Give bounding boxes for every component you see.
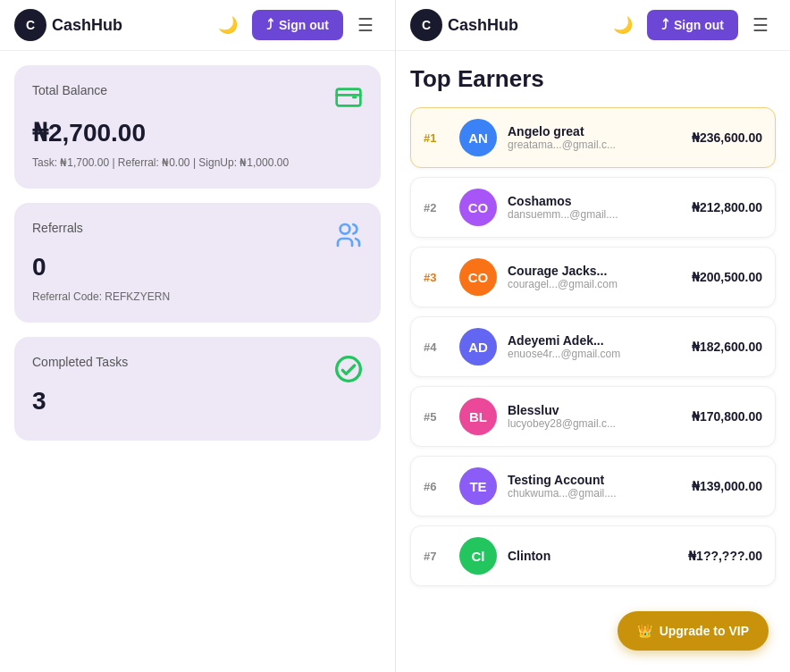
earner-avatar: CO bbox=[459, 189, 497, 226]
earner-avatar: AD bbox=[459, 328, 497, 365]
svg-point-2 bbox=[337, 357, 361, 382]
earner-email: couragel...@gmail.com bbox=[508, 278, 681, 290]
left-app-name: CashHub bbox=[52, 16, 122, 35]
tasks-card-title: Completed Tasks bbox=[32, 355, 128, 369]
left-navbar: C CashHub 🌙 ⤴ Sign out ☰ bbox=[0, 0, 395, 51]
tasks-value: 3 bbox=[32, 387, 363, 416]
upgrade-label: Upgrade to VIP bbox=[660, 624, 749, 638]
earner-name: Coshamos bbox=[508, 194, 681, 208]
earner-rank: #7 bbox=[424, 550, 449, 563]
earner-name: Courage Jacks... bbox=[508, 264, 681, 278]
left-logo-circle: C bbox=[14, 9, 46, 41]
right-app-name: CashHub bbox=[448, 16, 518, 35]
left-dark-mode-button[interactable]: 🌙 bbox=[211, 12, 245, 38]
crown-icon: 👑 bbox=[637, 624, 652, 638]
earner-avatar: AN bbox=[459, 119, 497, 156]
earner-card: #3 CO Courage Jacks... couragel...@gmail… bbox=[410, 247, 776, 307]
right-navbar: C CashHub 🌙 ⤴ Sign out ☰ bbox=[396, 0, 790, 51]
earner-avatar: TE bbox=[459, 467, 497, 505]
earner-card: #6 TE Testing Account chukwuma...@gmail.… bbox=[410, 456, 776, 517]
tasks-card-header: Completed Tasks bbox=[32, 355, 363, 387]
earner-rank: #2 bbox=[424, 201, 449, 214]
right-signout-button[interactable]: ⤴ Sign out bbox=[647, 10, 738, 40]
earner-name: Testing Account bbox=[508, 473, 681, 487]
balance-card: Total Balance ₦2,700.00 Task: ₦1,700.00 … bbox=[14, 65, 381, 189]
earner-rank: #4 bbox=[424, 340, 449, 354]
earner-card: #2 CO Coshamos dansuemm...@gmail.... ₦21… bbox=[410, 177, 776, 238]
earner-info: Clinton bbox=[508, 549, 677, 563]
earner-name: Adeyemi Adek... bbox=[508, 333, 681, 348]
earner-rank: #1 bbox=[424, 131, 449, 145]
left-content: Total Balance ₦2,700.00 Task: ₦1,700.00 … bbox=[0, 51, 395, 672]
earner-card: #5 BL Blessluv lucyobey28@gmail.c... ₦17… bbox=[410, 386, 776, 447]
earner-amount: ₦139,000.00 bbox=[692, 479, 762, 493]
svg-point-1 bbox=[340, 224, 350, 234]
earner-amount: ₦170,800.00 bbox=[692, 409, 762, 424]
balance-subtitle: Task: ₦1,700.00 | Referral: ₦0.00 | Sign… bbox=[32, 155, 363, 171]
referrals-card-title: Referrals bbox=[32, 221, 83, 235]
earner-info: Testing Account chukwuma...@gmail.... bbox=[508, 473, 681, 500]
earner-email: lucyobey28@gmail.c... bbox=[508, 417, 681, 430]
check-icon bbox=[334, 355, 363, 387]
earner-name: Clinton bbox=[508, 549, 677, 563]
left-panel: C CashHub 🌙 ⤴ Sign out ☰ Total Balance bbox=[0, 0, 395, 672]
earner-info: Adeyemi Adek... enuose4r...@gmail.com bbox=[508, 333, 681, 360]
referrals-value: 0 bbox=[32, 253, 363, 281]
referrals-card: Referrals 0 Referral Code: REFKZYERN bbox=[14, 203, 381, 323]
earner-name: Blessluv bbox=[508, 403, 681, 417]
right-dark-mode-button[interactable]: 🌙 bbox=[606, 12, 640, 38]
tasks-card: Completed Tasks 3 bbox=[14, 337, 381, 441]
earner-email: chukwuma...@gmail.... bbox=[508, 487, 681, 500]
earner-card: #1 AN Angelo great greatama...@gmail.c..… bbox=[410, 107, 776, 168]
earners-list: #1 AN Angelo great greatama...@gmail.c..… bbox=[410, 107, 776, 586]
earner-rank: #5 bbox=[424, 410, 449, 424]
earner-amount: ₦1??,???.00 bbox=[688, 549, 762, 563]
earner-info: Coshamos dansuemm...@gmail.... bbox=[508, 194, 681, 221]
earner-avatar: Cl bbox=[459, 537, 497, 575]
earner-rank: #6 bbox=[424, 480, 449, 493]
upgrade-to-vip-button[interactable]: 👑 Upgrade to VIP bbox=[618, 611, 769, 651]
earner-name: Angelo great bbox=[508, 124, 681, 139]
earner-rank: #3 bbox=[424, 271, 449, 284]
left-logo: C CashHub bbox=[14, 9, 122, 41]
earner-email: enuose4r...@gmail.com bbox=[508, 348, 681, 360]
earner-card: #4 AD Adeyemi Adek... enuose4r...@gmail.… bbox=[410, 316, 776, 377]
earner-info: Angelo great greatama...@gmail.c... bbox=[508, 124, 681, 151]
earner-amount: ₦212,800.00 bbox=[692, 200, 762, 214]
svg-rect-0 bbox=[337, 89, 361, 106]
referrals-card-header: Referrals bbox=[32, 221, 363, 253]
signout-arrow-icon-right: ⤴ bbox=[661, 17, 668, 33]
right-panel: C CashHub 🌙 ⤴ Sign out ☰ Top Earners #1 … bbox=[395, 0, 790, 672]
right-menu-button[interactable]: ☰ bbox=[745, 11, 776, 39]
balance-value: ₦2,700.00 bbox=[32, 118, 363, 147]
earner-email: greatama...@gmail.c... bbox=[508, 139, 681, 151]
signout-arrow-icon-left: ⤴ bbox=[266, 17, 273, 33]
earner-card: #7 Cl Clinton ₦1??,???.00 bbox=[410, 525, 776, 586]
earner-avatar: CO bbox=[459, 258, 497, 296]
balance-card-header: Total Balance bbox=[32, 83, 363, 118]
earner-email: dansuemm...@gmail.... bbox=[508, 208, 681, 221]
right-logo-circle: C bbox=[410, 9, 442, 41]
earner-amount: ₦236,600.00 bbox=[692, 130, 762, 145]
earner-amount: ₦182,600.00 bbox=[692, 340, 762, 354]
left-signout-button[interactable]: ⤴ Sign out bbox=[252, 10, 343, 40]
earner-info: Blessluv lucyobey28@gmail.c... bbox=[508, 403, 681, 430]
top-earners-title: Top Earners bbox=[410, 65, 776, 93]
referrals-subtitle: Referral Code: REFKZYERN bbox=[32, 289, 363, 305]
wallet-icon bbox=[334, 83, 363, 118]
earner-amount: ₦200,500.00 bbox=[692, 270, 762, 284]
earner-avatar: BL bbox=[459, 398, 497, 435]
referral-icon bbox=[334, 221, 363, 253]
right-logo: C CashHub bbox=[410, 9, 518, 41]
right-content: Top Earners #1 AN Angelo great greatama.… bbox=[396, 51, 790, 672]
upgrade-btn-container: 👑 Upgrade to VIP bbox=[618, 611, 769, 651]
earner-info: Courage Jacks... couragel...@gmail.com bbox=[508, 264, 681, 290]
balance-card-title: Total Balance bbox=[32, 83, 107, 97]
left-menu-button[interactable]: ☰ bbox=[350, 11, 381, 39]
